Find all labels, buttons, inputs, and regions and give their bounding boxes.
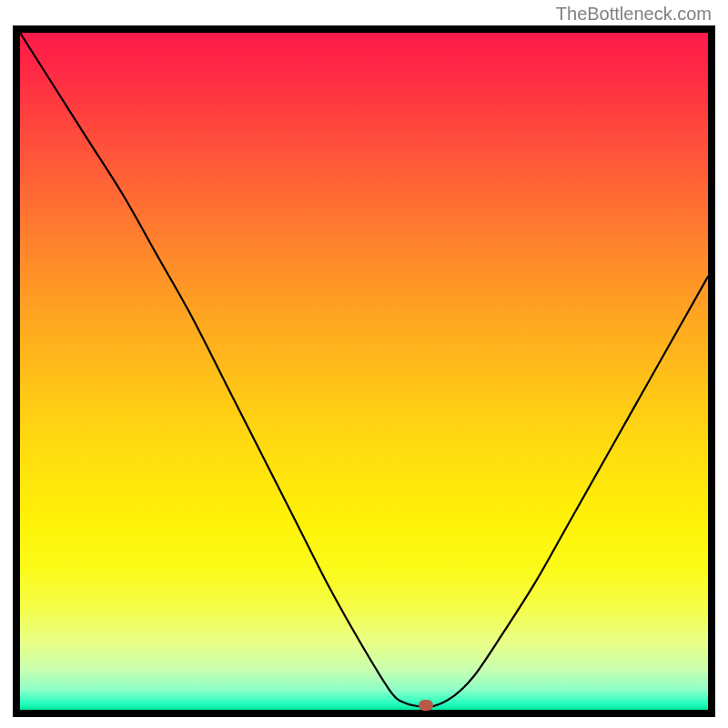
chart-frame <box>13 25 715 717</box>
gradient-background <box>20 33 708 710</box>
current-point-marker <box>419 700 433 711</box>
watermark-text: TheBottleneck.com <box>556 4 712 25</box>
chart-container: TheBottleneck.com <box>0 0 728 728</box>
